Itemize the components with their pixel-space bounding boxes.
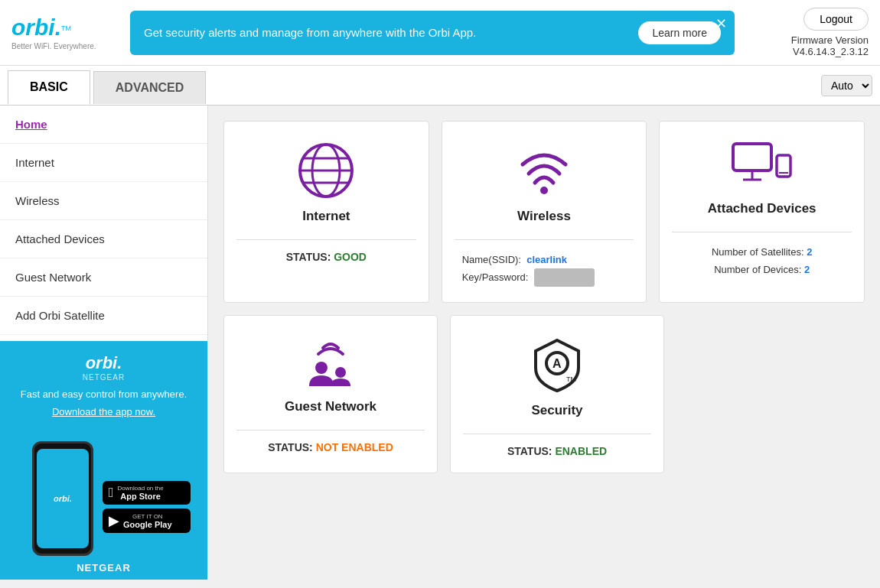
logo-area: orbi.TM Better WiFi. Everywhere. bbox=[11, 15, 103, 50]
wireless-ssid-value: clearlink bbox=[526, 254, 567, 265]
banner-text: Get security alerts and manage from anyw… bbox=[144, 26, 476, 39]
attached-devices-card-info: Number of Satellites: 2 Number of Device… bbox=[672, 243, 852, 279]
main-layout: Home Internet Wireless Attached Devices … bbox=[0, 106, 880, 580]
internet-icon bbox=[295, 140, 357, 201]
svg-text:A: A bbox=[552, 357, 562, 370]
guest-status-value: NOT ENABLED bbox=[316, 441, 393, 453]
wireless-card[interactable]: Wireless Name(SSID): clearlink Key/Passw… bbox=[442, 121, 647, 303]
app-promo: orbi. NETGEAR Fast and easy control from… bbox=[0, 341, 207, 556]
security-status-value: ENABLED bbox=[555, 445, 607, 457]
sidebar: Home Internet Wireless Attached Devices … bbox=[0, 106, 208, 580]
internet-card-status: STATUS: GOOD bbox=[286, 251, 367, 263]
google-icon: ▶ bbox=[109, 512, 119, 529]
svg-point-11 bbox=[315, 362, 328, 374]
security-card-title: Security bbox=[531, 403, 582, 418]
security-status-label: STATUS: bbox=[507, 445, 552, 457]
netgear-footer: NETGEAR bbox=[0, 556, 207, 580]
promo-desc: Fast and easy control from anywhere. bbox=[9, 388, 198, 401]
internet-status-value: GOOD bbox=[334, 251, 367, 263]
security-card-status: STATUS: ENABLED bbox=[507, 445, 607, 457]
learn-more-button[interactable]: Learn more bbox=[638, 21, 721, 44]
cards-row-2: Guest Network STATUS: NOT ENABLED A TM bbox=[223, 315, 865, 473]
language-select[interactable]: Auto bbox=[821, 75, 872, 96]
satellites-value: 2 bbox=[807, 246, 812, 258]
wireless-card-title: Wireless bbox=[517, 209, 571, 224]
security-icon: A TM bbox=[526, 334, 588, 395]
guest-network-card-title: Guest Network bbox=[285, 399, 376, 414]
attached-devices-icon bbox=[729, 140, 794, 193]
wireless-pass-label: Key/Password: bbox=[462, 271, 529, 283]
logo-text: orbi. bbox=[11, 15, 61, 40]
wireless-icon bbox=[513, 140, 575, 201]
devices-label: Number of Devices: bbox=[714, 264, 801, 275]
tab-advanced[interactable]: ADVANCED bbox=[93, 71, 206, 104]
internet-status-label: STATUS: bbox=[286, 251, 331, 263]
googleplay-text: GET IT ON Google Play bbox=[123, 513, 172, 529]
promo-netgear: NETGEAR bbox=[9, 373, 198, 382]
empty-card-slot bbox=[676, 315, 865, 473]
notification-banner: Get security alerts and manage from anyw… bbox=[130, 11, 735, 55]
svg-point-12 bbox=[335, 367, 346, 378]
satellites-row: Number of Satellites: 2 bbox=[680, 243, 844, 261]
sidebar-item-internet[interactable]: Internet bbox=[0, 144, 207, 182]
svg-point-5 bbox=[540, 187, 548, 194]
logo-tm: TM bbox=[61, 24, 71, 32]
app-badges:  Download on the App Store ▶ GET IT ON … bbox=[103, 481, 191, 533]
security-card[interactable]: A TM Security STATUS: ENABLED bbox=[450, 315, 664, 473]
wireless-ssid-row: Name(SSID): clearlink bbox=[462, 251, 627, 268]
banner-close-button[interactable]: ✕ bbox=[715, 17, 727, 31]
phone-mockup: orbi.  Download on the App Store ▶ bbox=[9, 426, 198, 556]
firmware-version: V4.6.14.3_2.3.12 bbox=[793, 46, 869, 57]
logo: orbi.TM bbox=[11, 15, 103, 41]
devices-value: 2 bbox=[804, 264, 810, 275]
appstore-small: Download on the bbox=[118, 485, 164, 492]
guest-network-card[interactable]: Guest Network STATUS: NOT ENABLED bbox=[223, 315, 438, 473]
sidebar-item-attached-devices[interactable]: Attached Devices bbox=[0, 220, 207, 258]
svg-text:TM: TM bbox=[566, 375, 576, 383]
appstore-text: Download on the App Store bbox=[118, 485, 164, 501]
sidebar-item-add-orbi-satellite[interactable]: Add Orbi Satellite bbox=[0, 297, 207, 335]
logout-button[interactable]: Logout bbox=[803, 8, 869, 31]
googleplay-small: GET IT ON bbox=[123, 513, 172, 520]
appstore-badge[interactable]:  Download on the App Store bbox=[103, 481, 191, 505]
phone-screen: orbi. bbox=[37, 449, 89, 548]
guest-network-card-status: STATUS: NOT ENABLED bbox=[268, 441, 393, 453]
nav-tabs: BASIC ADVANCED Auto bbox=[0, 66, 880, 106]
guest-status-label: STATUS: bbox=[268, 441, 313, 453]
download-app-link[interactable]: Download the app now. bbox=[52, 406, 155, 417]
phone-body: orbi. bbox=[32, 441, 93, 556]
logo-tagline: Better WiFi. Everywhere. bbox=[11, 42, 103, 50]
googleplay-big: Google Play bbox=[123, 520, 172, 529]
header: orbi.TM Better WiFi. Everywhere. Get sec… bbox=[0, 0, 880, 66]
promo-logo: orbi. bbox=[9, 353, 198, 373]
sidebar-item-wireless[interactable]: Wireless bbox=[0, 182, 207, 220]
tab-basic[interactable]: BASIC bbox=[8, 70, 90, 105]
wireless-pass-row: Key/Password: ●●●●●● bbox=[462, 268, 627, 286]
sidebar-nav: Home Internet Wireless Attached Devices … bbox=[0, 106, 207, 341]
appstore-big: App Store bbox=[118, 492, 164, 501]
svg-rect-6 bbox=[733, 144, 771, 171]
wireless-ssid-label: Name(SSID): bbox=[462, 254, 521, 265]
googleplay-badge[interactable]: ▶ GET IT ON Google Play bbox=[103, 508, 191, 533]
main-content: Internet STATUS: GOOD Wireless bbox=[208, 106, 880, 580]
apple-icon:  bbox=[109, 485, 114, 501]
internet-card-title: Internet bbox=[302, 209, 350, 224]
sidebar-item-guest-network[interactable]: Guest Network bbox=[0, 258, 207, 297]
cards-row-1: Internet STATUS: GOOD Wireless bbox=[223, 121, 865, 303]
wireless-pass-value: ●●●●●● bbox=[534, 268, 595, 286]
wireless-card-info: Name(SSID): clearlink Key/Password: ●●●●… bbox=[455, 251, 634, 287]
devices-row: Number of Devices: 2 bbox=[680, 261, 844, 278]
internet-card[interactable]: Internet STATUS: GOOD bbox=[223, 121, 429, 303]
satellites-label: Number of Satellites: bbox=[712, 246, 804, 258]
attached-devices-card[interactable]: Attached Devices Number of Satellites: 2… bbox=[659, 121, 865, 303]
firmware-label: Firmware Version bbox=[791, 34, 869, 46]
header-right: Logout Firmware Version V4.6.14.3_2.3.12 bbox=[746, 8, 869, 57]
attached-devices-card-title: Attached Devices bbox=[708, 201, 816, 216]
guest-network-icon bbox=[298, 334, 363, 391]
sidebar-item-home[interactable]: Home bbox=[0, 106, 207, 144]
